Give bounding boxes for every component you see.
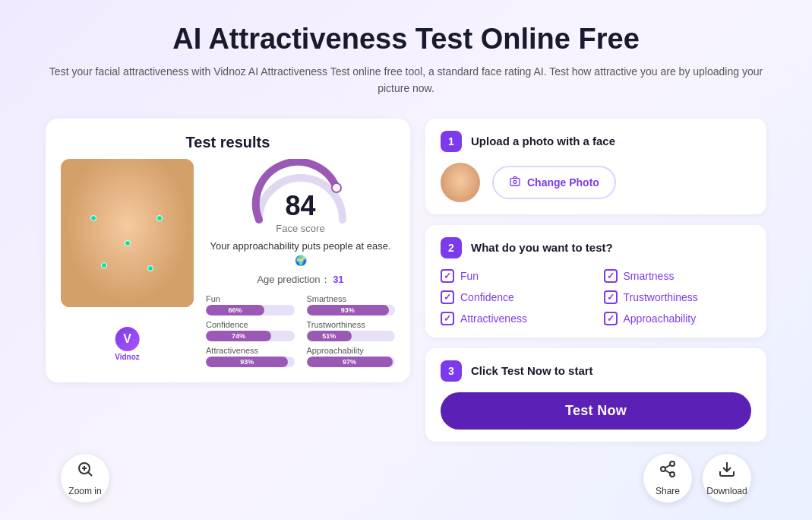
age-label: Age prediction： <box>257 274 330 285</box>
bar-value: 97% <box>343 358 356 366</box>
camera-icon <box>509 175 521 190</box>
bottom-toolbar: Zoom in Share <box>46 454 766 503</box>
step-1-content: Change Photo <box>441 163 751 202</box>
icon-group: Share Download <box>643 454 751 503</box>
photo-thumb-inner <box>441 163 480 202</box>
bar-fill: 97% <box>307 357 393 367</box>
page-title: AI Attractiveness Test Online Free <box>46 23 766 55</box>
step-3-header: 3 Click Test Now to start <box>441 360 751 382</box>
age-prediction: Age prediction： 31 <box>257 273 343 287</box>
checkbox-trustworthiness[interactable]: ✓ Trustworthiness <box>604 290 752 304</box>
change-photo-label: Change Photo <box>527 176 599 189</box>
bar-item: Approachability 97% <box>307 346 396 367</box>
share-button[interactable]: Share <box>643 454 692 503</box>
checkmark-icon: ✓ <box>444 313 451 324</box>
bar-item: Confidence 74% <box>206 320 295 341</box>
face-photo-wrapper: V Vidnoz <box>61 159 194 367</box>
age-value: 31 <box>333 274 343 285</box>
face-dot <box>125 240 131 246</box>
face-dot <box>101 262 107 268</box>
zoom-icon <box>76 460 94 483</box>
checkmark-icon: ✓ <box>607 271 615 281</box>
bar-item: Trustworthiness 51% <box>307 320 396 341</box>
download-label: Download <box>706 486 747 496</box>
share-icon <box>659 460 677 483</box>
main-content: Test results <box>46 119 766 442</box>
zoom-in-button[interactable]: Zoom in <box>61 454 109 503</box>
face-dot <box>156 215 163 221</box>
step-2-title: What do you want to test? <box>471 241 613 254</box>
svg-line-11 <box>665 465 671 468</box>
svg-point-9 <box>670 472 675 477</box>
checkbox-icon-fun: ✓ <box>441 269 454 283</box>
checkbox-confidence[interactable]: ✓ Confidence <box>441 290 589 304</box>
bar-item: Smartness 93% <box>307 294 396 315</box>
bar-value: 93% <box>240 358 254 366</box>
bar-value: 93% <box>341 306 355 314</box>
checkbox-label-smartness: Smartness <box>624 270 675 282</box>
results-inner: V Vidnoz <box>61 159 395 367</box>
face-dot <box>90 215 96 221</box>
face-photo-inner <box>61 159 194 307</box>
brand-logo-text: Vidnoz <box>115 353 140 361</box>
change-photo-button[interactable]: Change Photo <box>492 166 616 199</box>
bar-label-smartness: Smartness <box>307 294 396 303</box>
checkbox-label-fun: Fun <box>460 270 479 282</box>
checkbox-fun[interactable]: ✓ Fun <box>441 269 589 283</box>
bar-track: 74% <box>206 331 295 341</box>
checkbox-smartness[interactable]: ✓ Smartness <box>604 269 752 283</box>
page-subtitle: Test your facial attractiveness with Vid… <box>46 63 766 97</box>
right-panel: 1 Upload a photo with a face <box>425 119 766 442</box>
svg-point-8 <box>661 467 665 471</box>
step-3-title: Click Test Now to start <box>471 364 593 377</box>
bar-label-fun: Fun <box>206 294 295 303</box>
page-header: AI Attractiveness Test Online Free Test … <box>46 23 766 97</box>
checkbox-icon-smartness: ✓ <box>604 269 618 283</box>
zoom-label: Zoom in <box>68 486 101 496</box>
face-dot <box>147 265 153 271</box>
checkbox-approachability[interactable]: ✓ Approachability <box>604 312 752 325</box>
approachability-text: Your approachability puts people at ease… <box>206 239 395 268</box>
bar-track: 97% <box>307 357 396 367</box>
face-photo <box>61 159 194 307</box>
bar-label-attractiveness: Attractiveness <box>206 346 295 355</box>
test-now-button[interactable]: Test Now <box>441 392 751 430</box>
checkboxes-grid: ✓ Fun ✓ Smartness ✓ Confide <box>441 269 751 325</box>
checkbox-label-trustworthiness: Trustworthiness <box>624 291 698 303</box>
checkbox-attractiveness[interactable]: ✓ Attractiveness <box>441 312 589 325</box>
brand-watermark: V Vidnoz <box>115 327 140 361</box>
bar-item: Fun 66% <box>206 294 295 315</box>
bars-grid: Fun 66% Smartness 93% <box>206 294 395 367</box>
score-area: 84 Face score Your approachability puts … <box>206 159 395 367</box>
step-3-badge: 3 <box>441 360 462 382</box>
step-3-card: 3 Click Test Now to start Test Now <box>425 348 766 442</box>
svg-point-0 <box>332 183 341 192</box>
gauge-container: 84 <box>248 159 354 220</box>
bar-label-confidence: Confidence <box>206 320 295 329</box>
checkmark-icon: ✓ <box>607 292 615 303</box>
step-1-header: 1 Upload a photo with a face <box>441 131 751 152</box>
checkbox-label-approachability: Approachability <box>624 312 697 325</box>
bar-fill: 93% <box>307 305 389 315</box>
bar-value: 74% <box>232 332 245 340</box>
step-1-title: Upload a photo with a face <box>471 135 615 147</box>
brand-logo-icon: V <box>115 327 140 351</box>
share-label: Share <box>656 486 680 496</box>
svg-point-2 <box>513 180 517 183</box>
bar-fill: 93% <box>206 357 288 367</box>
bar-track: 93% <box>307 305 396 315</box>
step-2-card: 2 What do you want to test? ✓ Fun ✓ <box>425 225 766 338</box>
bar-fill: 66% <box>206 305 264 315</box>
bar-value: 66% <box>228 306 242 314</box>
download-icon <box>718 460 736 483</box>
bar-track: 66% <box>206 305 295 315</box>
bar-fill: 51% <box>307 331 352 341</box>
bar-fill: 74% <box>206 331 271 341</box>
download-button[interactable]: Download <box>703 454 751 503</box>
score-number: 84 <box>285 192 315 220</box>
bar-track: 93% <box>206 357 295 367</box>
bar-track: 51% <box>307 331 396 341</box>
checkbox-label-confidence: Confidence <box>460 291 514 303</box>
checkbox-icon-confidence: ✓ <box>441 290 454 304</box>
checkmark-icon: ✓ <box>607 313 615 324</box>
